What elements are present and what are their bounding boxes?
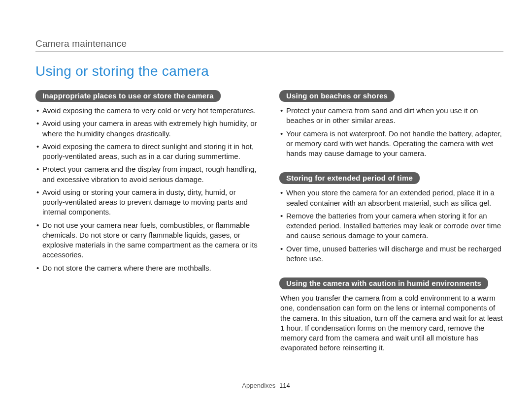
content-columns: Inappropriate places to use or store the… — [35, 90, 503, 367]
page-title: Using or storing the camera — [35, 63, 503, 79]
divider — [35, 51, 503, 52]
list-item: Avoid using or storing your camera in du… — [35, 187, 260, 217]
page-number: 114 — [279, 382, 290, 389]
paragraph: When you transfer the camera from a cold… — [279, 293, 503, 353]
bullet-list: Protect your camera from sand and dirt w… — [279, 106, 503, 158]
list-item: Avoid using your camera in areas with ex… — [35, 119, 260, 139]
footer-section: Appendixes — [242, 382, 275, 389]
section-heading: Using the camera with caution in humid e… — [279, 278, 488, 289]
bullet-list: Avoid exposing the camera to very cold o… — [35, 106, 260, 273]
document-page: Camera maintenance Using or storing the … — [0, 0, 532, 401]
breadcrumb: Camera maintenance — [35, 38, 503, 49]
list-item: Protect your camera and the display from… — [35, 164, 260, 185]
page-footer: Appendixes 114 — [0, 382, 532, 389]
list-item: Protect your camera from sand and dirt w… — [279, 106, 503, 126]
section-heading: Using on beaches or shores — [279, 90, 395, 102]
list-item: Avoid exposing the camera to direct sunl… — [35, 142, 260, 162]
right-column: Using on beaches or shores Protect your … — [279, 90, 503, 367]
section-heading: Inappropriate places to use or store the… — [35, 90, 221, 102]
list-item: Over time, unused batteries will dischar… — [279, 244, 503, 264]
left-column: Inappropriate places to use or store the… — [35, 90, 260, 367]
section-inappropriate-places: Inappropriate places to use or store the… — [35, 90, 260, 273]
bullet-list: When you store the camera for an extende… — [279, 188, 503, 264]
list-item: Your camera is not waterproof. Do not ha… — [279, 129, 503, 159]
list-item: When you store the camera for an extende… — [279, 188, 503, 208]
section-heading: Storing for extended period of time — [279, 172, 420, 184]
section-beaches-shores: Using on beaches or shores Protect your … — [279, 90, 503, 158]
section-extended-storage: Storing for extended period of time When… — [279, 172, 503, 264]
list-item: Remove the batteries from your camera wh… — [279, 211, 503, 241]
section-humid-environments: Using the camera with caution in humid e… — [279, 278, 503, 353]
list-item: Do not use your camera near fuels, combu… — [35, 220, 260, 260]
list-item: Avoid exposing the camera to very cold o… — [35, 106, 260, 116]
list-item: Do not store the camera where there are … — [35, 263, 260, 273]
